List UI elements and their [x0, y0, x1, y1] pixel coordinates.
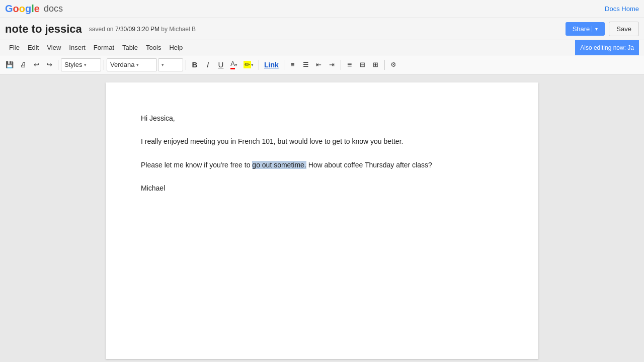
numbered-list-button[interactable]: ≡ [287, 58, 299, 71]
styles-dropdown[interactable]: Styles ▾ [61, 58, 101, 71]
separator-4 [259, 60, 259, 70]
more-options-button[interactable]: ⚙ [387, 58, 399, 71]
text-color-button[interactable]: A ▾ [228, 58, 240, 71]
paragraph-2: I really enjoyed meeting you in French 1… [141, 136, 503, 147]
menu-insert[interactable]: Insert [65, 42, 90, 53]
document-paper[interactable]: Hi Jessica, I really enjoyed meeting you… [106, 82, 538, 359]
separator-7 [384, 60, 385, 70]
separator-3 [186, 60, 186, 70]
title-bar: note to jessica saved on 7/30/09 3:20 PM… [0, 18, 644, 40]
underline-button[interactable]: U [215, 58, 227, 71]
share-dropdown-arrow[interactable]: ▾ [592, 26, 598, 32]
paragraph-4: Michael [141, 183, 503, 194]
link-button[interactable]: Link [262, 58, 281, 71]
increase-indent-button[interactable]: ⇥ [326, 58, 338, 71]
docs-home-link[interactable]: Docs Home [605, 5, 639, 13]
menu-help[interactable]: Help [165, 42, 187, 53]
save-toolbar-btn[interactable]: 💾 [3, 58, 16, 71]
menu-format[interactable]: Format [90, 42, 118, 53]
font-value: Verdana [110, 61, 134, 68]
highlighted-text: go out sometime. [252, 161, 306, 169]
share-label: Share [573, 25, 590, 33]
saved-info: saved on 7/30/09 3:20 PM by Michael B [89, 26, 196, 33]
styles-value: Styles [64, 61, 82, 68]
decrease-indent-button[interactable]: ⇤ [313, 58, 325, 71]
align-right-button[interactable]: ⊞ [370, 58, 382, 71]
menu-table[interactable]: Table [118, 42, 142, 53]
share-button[interactable]: Share ▾ [566, 22, 605, 36]
top-bar: Google docs Docs Home [0, 0, 644, 18]
main-area: Hi Jessica, I really enjoyed meeting you… [0, 74, 644, 362]
bullet-list-button[interactable]: ☰ [300, 58, 312, 71]
align-center-button[interactable]: ⊟ [357, 58, 369, 71]
paragraph-4-text: Michael [141, 184, 165, 192]
separator-6 [341, 60, 341, 70]
separator-5 [284, 60, 284, 70]
highlight-color-button[interactable]: ✏ ▾ [241, 58, 256, 71]
font-size-arrow: ▾ [162, 62, 164, 67]
font-arrow: ▾ [136, 62, 139, 67]
also-editing-banner: Also editing now: Ja [575, 40, 639, 55]
toolbar: 💾 🖨 ↩ ↪ Styles ▾ Verdana ▾ ▾ B I U A ▾ ✏… [0, 55, 644, 74]
menu-bar: File Edit View Insert Format Table Tools… [0, 40, 644, 55]
italic-button[interactable]: I [202, 58, 214, 71]
separator-1 [58, 60, 58, 70]
paragraph-3-after: How about coffee Thursday after class? [308, 161, 432, 169]
save-button[interactable]: Save [609, 22, 639, 36]
paragraph-1: Hi Jessica, [141, 113, 503, 124]
undo-btn[interactable]: ↩ [30, 58, 42, 71]
menu-edit[interactable]: Edit [24, 42, 43, 53]
align-left-button[interactable]: ≡ [344, 58, 356, 71]
google-docs-logo: Google docs [5, 3, 63, 15]
redo-btn[interactable]: ↪ [43, 58, 55, 71]
separator-2 [104, 60, 104, 70]
text-color-arrow: ▾ [235, 62, 237, 67]
highlight-arrow: ▾ [251, 62, 254, 67]
paragraph-3: Please let me know if you're free to go … [141, 159, 503, 170]
saved-by: by Michael B [161, 26, 196, 33]
document-title[interactable]: note to jessica [5, 23, 82, 36]
styles-arrow: ▾ [84, 62, 87, 67]
paragraph-3-before: Please let me know if you're free to [141, 161, 250, 169]
menu-file[interactable]: File [5, 42, 24, 53]
title-actions: Share ▾ Save [566, 22, 639, 36]
saved-prefix: saved on [89, 26, 114, 33]
also-editing-text: Also editing now: Ja [580, 44, 634, 51]
font-size-dropdown[interactable]: ▾ [158, 58, 183, 71]
print-toolbar-btn[interactable]: 🖨 [17, 58, 29, 71]
saved-timestamp: 7/30/09 3:20 PM [115, 26, 159, 33]
menu-tools[interactable]: Tools [142, 42, 165, 53]
paragraph-1-text: Hi Jessica, [141, 114, 175, 122]
menu-view[interactable]: View [43, 42, 65, 53]
bold-button[interactable]: B [189, 58, 201, 71]
google-wordmark: Google [5, 3, 40, 15]
docs-wordmark: docs [44, 4, 63, 14]
paragraph-2-text: I really enjoyed meeting you in French 1… [141, 137, 403, 145]
font-dropdown[interactable]: Verdana ▾ [107, 58, 157, 71]
